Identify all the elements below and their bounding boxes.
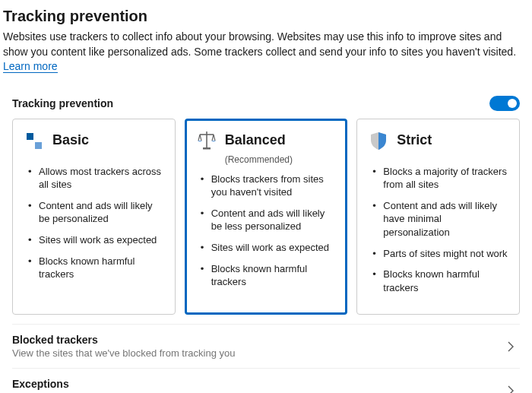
level-bullet: Blocks known harmful trackers — [27, 255, 164, 281]
chevron-right-icon — [505, 385, 517, 393]
section-header: Tracking prevention — [12, 96, 520, 111]
balanced-icon — [196, 130, 217, 151]
level-bullet: Sites will work as expected — [27, 233, 164, 247]
svg-rect-8 — [203, 147, 211, 150]
level-header-basic: Basic — [21, 130, 167, 151]
tracking-toggle[interactable] — [489, 96, 520, 111]
level-bullet: Blocks known harmful trackers — [371, 268, 508, 294]
level-title-basic: Basic — [52, 132, 89, 148]
level-bullet: Sites will work as expected — [199, 241, 337, 255]
row-title-blocked: Blocked trackers — [12, 334, 235, 346]
svg-line-5 — [200, 135, 201, 141]
level-header-strict: Strict — [365, 130, 511, 151]
level-bullet: Blocks a majority of trackers from all s… — [371, 165, 508, 192]
toggle-knob — [508, 99, 517, 108]
level-list-basic: Allows most trackers across all sites Co… — [21, 165, 167, 281]
level-title-strict: Strict — [397, 132, 432, 148]
blocked-trackers-row[interactable]: Blocked trackers View the sites that we'… — [12, 324, 520, 368]
level-bullet: Content and ads will likely be less pers… — [199, 207, 337, 233]
row-title-exceptions: Exceptions — [12, 378, 176, 390]
svg-rect-0 — [27, 133, 33, 140]
tracking-prevention-section: Tracking prevention Basic Allows most tr… — [3, 88, 529, 393]
row-text: Blocked trackers View the sites that we'… — [12, 334, 235, 359]
level-bullet: Allows most trackers across all sites — [27, 165, 164, 192]
levels-container: Basic Allows most trackers across all si… — [12, 119, 520, 315]
row-desc-blocked: View the sites that we've blocked from t… — [12, 347, 235, 359]
level-bullet: Content and ads will likely be personali… — [27, 199, 164, 226]
row-text: Exceptions Allow all trackers on sites y… — [12, 378, 176, 393]
level-title-balanced: Balanced — [225, 132, 286, 148]
level-list-balanced: Blocks trackers from sites you haven't v… — [193, 173, 340, 289]
section-title: Tracking prevention — [12, 97, 113, 109]
level-bullet: Content and ads will likely have minimal… — [371, 199, 508, 239]
level-bullet: Blocks trackers from sites you haven't v… — [199, 173, 337, 199]
chevron-right-icon — [505, 341, 517, 353]
strict-icon — [368, 130, 389, 151]
level-card-basic[interactable]: Basic Allows most trackers across all si… — [12, 119, 176, 315]
level-card-balanced[interactable]: Balanced (Recommended) Blocks trackers f… — [185, 119, 348, 315]
svg-rect-1 — [35, 142, 42, 149]
level-bullet: Parts of sites might not work — [371, 247, 508, 261]
svg-line-7 — [214, 135, 215, 141]
page-subtitle-text: Websites use trackers to collect info ab… — [3, 30, 516, 58]
basic-icon — [24, 130, 45, 151]
learn-more-link[interactable]: Learn more — [3, 60, 58, 73]
level-header-balanced: Balanced — [193, 130, 340, 151]
level-bullet: Blocks known harmful trackers — [199, 262, 337, 289]
page-subtitle: Websites use trackers to collect info ab… — [3, 30, 529, 74]
level-sub-balanced: (Recommended) — [225, 154, 340, 165]
page-title: Tracking prevention — [3, 8, 529, 25]
exceptions-row[interactable]: Exceptions Allow all trackers on sites y… — [12, 368, 520, 393]
level-card-strict[interactable]: Strict Blocks a majority of trackers fro… — [356, 119, 520, 315]
level-list-strict: Blocks a majority of trackers from all s… — [365, 165, 511, 294]
